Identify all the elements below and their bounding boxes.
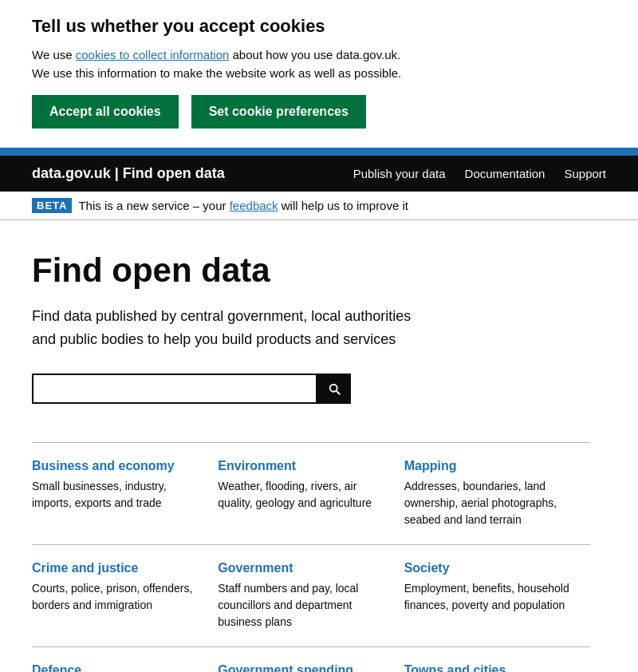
categories-grid: Business and economy Small businesses, i… bbox=[32, 442, 590, 672]
category-desc-crime-justice: Courts, police, prison, offenders, borde… bbox=[32, 582, 192, 611]
category-government-spending: Government spending Includes all payment… bbox=[218, 646, 404, 672]
cookie-buttons: Accept all cookies Set cookie preference… bbox=[32, 95, 606, 128]
category-title-defence[interactable]: Defence bbox=[32, 663, 202, 672]
cookie-banner-title: Tell us whether you accept cookies bbox=[32, 16, 606, 37]
search-icon bbox=[327, 381, 341, 396]
accept-cookies-button[interactable]: Accept all cookies bbox=[32, 95, 179, 128]
page-description: Find data published by central governmen… bbox=[32, 305, 415, 351]
page-title: Find open data bbox=[32, 252, 590, 289]
category-title-crime-justice[interactable]: Crime and justice bbox=[32, 561, 202, 575]
beta-banner: BETA This is a new service – your feedba… bbox=[0, 192, 638, 220]
beta-text: This is a new service – your feedback wi… bbox=[78, 199, 408, 212]
category-title-government[interactable]: Government bbox=[218, 561, 388, 575]
category-title-business-economy[interactable]: Business and economy bbox=[32, 459, 202, 473]
nav-publish-data[interactable]: Publish your data bbox=[353, 167, 446, 180]
search-input[interactable] bbox=[32, 374, 317, 404]
category-desc-environment: Weather, flooding, rivers, air quality, … bbox=[218, 480, 372, 509]
category-desc-mapping: Addresses, boundaries, land ownership, a… bbox=[404, 480, 557, 526]
category-title-society[interactable]: Society bbox=[404, 561, 590, 575]
category-desc-business-economy: Small businesses, industry, imports, exp… bbox=[32, 480, 167, 509]
category-environment: Environment Weather, flooding, rivers, a… bbox=[218, 442, 404, 544]
category-government: Government Staff numbers and pay, local … bbox=[218, 544, 404, 646]
category-title-environment[interactable]: Environment bbox=[218, 459, 388, 473]
category-towns-cities: Towns and cities Includes housing, urban… bbox=[404, 646, 590, 672]
main-content: Find open data Find data published by ce… bbox=[0, 220, 622, 672]
cookie-banner: Tell us whether you accept cookies We us… bbox=[0, 0, 638, 156]
category-society: Society Employment, benefits, household … bbox=[404, 544, 590, 646]
category-title-mapping[interactable]: Mapping bbox=[404, 459, 590, 473]
category-business-economy: Business and economy Small businesses, i… bbox=[32, 442, 218, 544]
cookie-info-link[interactable]: cookies to collect information bbox=[76, 48, 230, 61]
category-desc-government: Staff numbers and pay, local councillors… bbox=[218, 582, 358, 628]
category-mapping: Mapping Addresses, boundaries, land owne… bbox=[404, 442, 590, 544]
cookie-banner-description: We use cookies to collect information ab… bbox=[32, 46, 606, 82]
feedback-link[interactable]: feedback bbox=[230, 199, 278, 212]
header: data.gov.uk | Find open data Publish you… bbox=[0, 156, 638, 192]
beta-tag: BETA bbox=[32, 198, 72, 213]
main-nav: Publish your data Documentation Support bbox=[353, 167, 606, 180]
search-button[interactable] bbox=[317, 374, 351, 404]
search-form bbox=[32, 374, 351, 404]
category-title-government-spending[interactable]: Government spending bbox=[218, 663, 388, 672]
category-title-towns-cities[interactable]: Towns and cities bbox=[404, 663, 590, 672]
category-crime-justice: Crime and justice Courts, police, prison… bbox=[32, 544, 218, 646]
category-desc-society: Employment, benefits, household finances… bbox=[404, 582, 569, 611]
category-defence: Defence Armed forces, health and safety,… bbox=[32, 646, 218, 672]
set-cookie-preferences-button[interactable]: Set cookie preferences bbox=[191, 95, 366, 128]
nav-support[interactable]: Support bbox=[564, 167, 606, 180]
site-logo[interactable]: data.gov.uk | Find open data bbox=[32, 165, 225, 182]
nav-documentation[interactable]: Documentation bbox=[465, 167, 545, 180]
